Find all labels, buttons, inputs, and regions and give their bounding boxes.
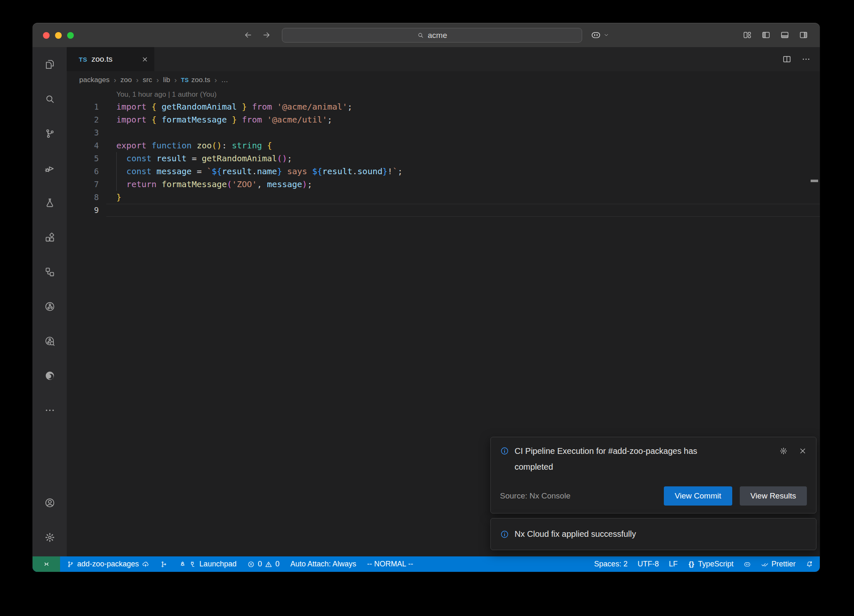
status-text: add-zoo-packages: [77, 560, 139, 568]
status-item-language-mode[interactable]: {}TypeScript: [688, 560, 733, 568]
status-item-git-branch[interactable]: add-zoo-packages: [67, 560, 149, 568]
status-item-vim-mode[interactable]: -- NORMAL --: [367, 560, 413, 568]
code-line-8[interactable]: 8}: [67, 191, 820, 204]
status-item-copilot-status[interactable]: [743, 561, 751, 568]
toast-header: Nx Cloud fix applied successfully: [500, 529, 807, 539]
toast-actions: View CommitView Results: [664, 486, 807, 506]
code-line-9[interactable]: 9: [67, 204, 820, 217]
breadcrumb-separator: ›: [214, 76, 217, 85]
line-number[interactable]: 5: [67, 152, 116, 165]
status-item-notifications-bell[interactable]: [806, 561, 813, 568]
close-window-button[interactable]: [43, 32, 50, 39]
activity-item-testing[interactable]: [33, 185, 67, 220]
activity-item-project-explorer[interactable]: [33, 255, 67, 289]
code-token: import: [116, 102, 151, 112]
gear-icon[interactable]: [779, 447, 788, 455]
testing-icon: [44, 197, 55, 208]
toggle-primary-sidebar-icon[interactable]: [761, 30, 771, 40]
activity-item-search[interactable]: [33, 82, 67, 116]
search-icon: [417, 32, 424, 39]
close-icon[interactable]: [799, 447, 807, 455]
code-token: {: [151, 115, 161, 125]
close-tab-icon[interactable]: [141, 56, 148, 63]
code-token: ;: [347, 102, 352, 112]
line-content: export function zoo(): string {: [116, 139, 820, 152]
code-token: '@acme/animal': [277, 102, 347, 112]
code-line-7[interactable]: 7 return formatMessage('ZOO', message);: [67, 178, 820, 191]
breadcrumb-item-zoots[interactable]: TSzoo.ts: [181, 76, 210, 84]
breadcrumb-item-lib[interactable]: lib: [163, 76, 170, 84]
typescript-file-icon: TS: [181, 77, 189, 83]
line-number[interactable]: 4: [67, 139, 116, 152]
code-line-5[interactable]: 5 const result = getRandomAnimal();: [67, 152, 820, 165]
view-commit-button[interactable]: View Commit: [664, 486, 732, 506]
activity-item-accounts[interactable]: [33, 486, 67, 520]
layout-controls: [743, 23, 808, 47]
toggle-panel-icon[interactable]: [780, 30, 789, 40]
status-item-nx-launchpad[interactable]: Launchpad: [178, 560, 236, 568]
forward-icon[interactable]: [262, 30, 271, 40]
line-number[interactable]: 8: [67, 191, 116, 204]
code-token: {: [267, 140, 272, 150]
status-item-formatter-prettier[interactable]: Prettier: [761, 560, 796, 568]
copilot-icon: [743, 561, 751, 568]
line-content: const result = getRandomAnimal();: [116, 152, 820, 165]
activity-item-nx-cloud[interactable]: [33, 324, 67, 358]
nx-cloud-icon: [44, 336, 55, 347]
code-token: ${: [312, 166, 322, 176]
copilot-menu-button[interactable]: [590, 23, 609, 47]
code-line-4[interactable]: 4export function zoo(): string {: [67, 139, 820, 152]
status-item-problems[interactable]: 00: [247, 560, 279, 568]
activity-item-explorer[interactable]: [33, 47, 67, 82]
code-token: `: [392, 166, 397, 176]
line-number[interactable]: 7: [67, 178, 116, 191]
view-results-button[interactable]: View Results: [740, 486, 807, 506]
breadcrumb-separator: ›: [114, 76, 116, 85]
line-number[interactable]: 6: [67, 165, 116, 178]
activity-item-settings[interactable]: [33, 520, 67, 555]
minimize-window-button[interactable]: [55, 32, 62, 39]
breadcrumb: packages›zoo›src›lib›TSzoo.ts›…: [67, 71, 820, 89]
code-line-6[interactable]: 6 const message = `${result.name} says $…: [67, 165, 820, 178]
code-line-2[interactable]: 2import { formatMessage } from '@acme/ut…: [67, 113, 820, 126]
code-token: zoo: [197, 140, 212, 150]
status-item-indentation[interactable]: Spaces: 2: [594, 560, 628, 568]
status-item-encoding[interactable]: UTF-8: [638, 560, 659, 568]
activity-item-run-and-debug[interactable]: [33, 151, 67, 185]
activity-item-more-views[interactable]: [33, 393, 67, 428]
code-line-1[interactable]: 1import { getRandomAnimal } from '@acme/…: [67, 100, 820, 113]
accounts-icon: [44, 497, 55, 508]
status-item-source-control-graph[interactable]: [160, 561, 168, 568]
breadcrumb-item-[interactable]: …: [221, 76, 228, 84]
toggle-secondary-sidebar-icon[interactable]: [799, 30, 808, 40]
status-item-eol[interactable]: LF: [669, 560, 678, 568]
status-item-auto-attach[interactable]: Auto Attach: Always: [290, 560, 356, 568]
line-number[interactable]: 2: [67, 113, 116, 126]
activity-item-edge-tools[interactable]: [33, 358, 67, 393]
remote-indicator[interactable]: [33, 556, 60, 572]
zoom-window-button[interactable]: [67, 32, 74, 39]
breadcrumb-item-packages[interactable]: packages: [79, 76, 110, 84]
code-line-3[interactable]: 3: [67, 126, 820, 139]
customize-layout-icon[interactable]: [743, 30, 752, 40]
activity-item-source-control[interactable]: [33, 116, 67, 151]
rocket-icon: [178, 561, 186, 568]
breadcrumb-item-src[interactable]: src: [143, 76, 152, 84]
back-icon[interactable]: [244, 30, 253, 40]
more-actions-icon[interactable]: [801, 55, 811, 64]
split-editor-icon[interactable]: [782, 55, 791, 64]
tab-zoo-ts[interactable]: TS zoo.ts: [67, 47, 154, 71]
activity-item-nx-console[interactable]: [33, 289, 67, 324]
code-token: return: [126, 179, 161, 189]
status-text: Launchpad: [199, 560, 236, 568]
line-number[interactable]: 1: [67, 100, 116, 113]
breadcrumb-label: packages: [79, 76, 110, 84]
remote-icon: [43, 560, 50, 568]
code-token: message: [267, 179, 302, 189]
code-token: (): [212, 140, 222, 150]
status-text: 0: [275, 560, 279, 568]
breadcrumb-item-zoo[interactable]: zoo: [121, 76, 132, 84]
line-number[interactable]: 3: [67, 126, 116, 139]
command-center-search[interactable]: acme: [282, 28, 582, 43]
activity-item-extensions[interactable]: [33, 220, 67, 255]
